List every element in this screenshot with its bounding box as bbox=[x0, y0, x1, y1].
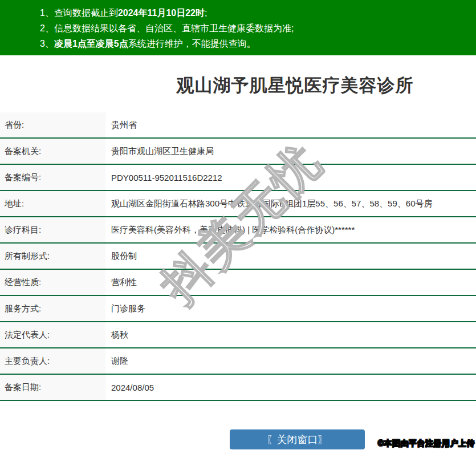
row-label: 诊疗科目: bbox=[0, 217, 105, 242]
row-label: 备案编号: bbox=[0, 165, 105, 190]
row-value: 股份制 bbox=[105, 244, 476, 269]
row-value: 杨秋 bbox=[105, 322, 476, 347]
table-row: 经营性质:营利性 bbox=[0, 270, 476, 296]
table-row: 主要负责人:谢隆 bbox=[0, 348, 476, 375]
row-label: 服务方式: bbox=[0, 296, 105, 321]
page-title: 观山湖予肌星悦医疗美容诊所 bbox=[57, 74, 476, 98]
row-value: 谢隆 bbox=[105, 348, 476, 374]
notice-line: 1、查询数据截止到2024年11月10日22时; bbox=[40, 5, 470, 21]
row-value: 营利性 bbox=[105, 270, 476, 295]
close-window-button[interactable]: 〖关闭窗口〗 bbox=[230, 429, 365, 449]
table-row: 诊疗科目:医疗美容科(美容外科，美容皮肤科) | 医学检验科(合作协议)****… bbox=[0, 217, 476, 244]
row-value: 贵阳市观山湖区卫生健康局 bbox=[105, 139, 476, 164]
table-row: 备案机关:贵阳市观山湖区卫生健康局 bbox=[0, 139, 476, 165]
table-row: 地址:观山湖区金阳街道石林路300号中铁逸都国际E组团1层55、56、57、58… bbox=[0, 191, 476, 217]
info-table: 省份:贵州省备案机关:贵阳市观山湖区卫生健康局备案编号:PDY00511-952… bbox=[0, 112, 476, 401]
table-row: 备案日期:2024/08/05 bbox=[0, 375, 476, 401]
table-row: 所有制形式:股份制 bbox=[0, 244, 476, 270]
page: 1、查询数据截止到2024年11月10日22时;2、信息数据结果以各省、自治区、… bbox=[0, 0, 476, 450]
row-label: 备案机关: bbox=[0, 139, 105, 164]
row-label: 省份: bbox=[0, 112, 105, 137]
table-row: 备案编号:PDY00511-952011516D2212 bbox=[0, 165, 476, 191]
notice-banner: 1、查询数据截止到2024年11月10日22时;2、信息数据结果以各省、自治区、… bbox=[0, 0, 476, 55]
notice-line: 3、凌晨1点至凌晨5点系统进行维护，不能提供查询。 bbox=[40, 36, 470, 51]
row-value: 贵州省 bbox=[105, 112, 476, 137]
row-value: 观山湖区金阳街道石林路300号中铁逸都国际E组团1层55、56、57、58、59… bbox=[105, 191, 476, 216]
row-value: 门诊服务 bbox=[105, 296, 476, 321]
upload-credit-text: ©本图由平台注册用户上传 bbox=[378, 439, 475, 449]
notice-line: 2、信息数据结果以各省、自治区、直辖市卫生健康委数据为准; bbox=[40, 21, 470, 36]
row-label: 经营性质: bbox=[0, 270, 105, 295]
table-row: 法定代表人:杨秋 bbox=[0, 322, 476, 348]
row-label: 备案日期: bbox=[0, 375, 105, 400]
table-row: 服务方式:门诊服务 bbox=[0, 296, 476, 322]
row-label: 地址: bbox=[0, 191, 105, 216]
row-label: 所有制形式: bbox=[0, 244, 105, 269]
row-label: 法定代表人: bbox=[0, 322, 105, 347]
row-value: 医疗美容科(美容外科，美容皮肤科) | 医学检验科(合作协议)****** bbox=[105, 217, 476, 242]
row-label: 主要负责人: bbox=[0, 348, 105, 374]
row-value: 2024/08/05 bbox=[105, 375, 476, 400]
row-value: PDY00511-952011516D2212 bbox=[105, 165, 476, 190]
table-row: 省份:贵州省 bbox=[0, 112, 476, 139]
